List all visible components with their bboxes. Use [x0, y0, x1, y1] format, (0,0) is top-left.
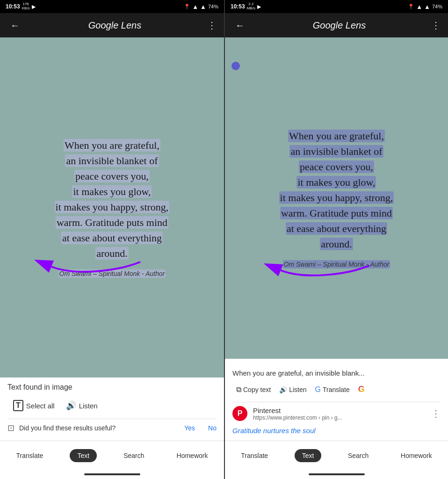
- pinterest-menu-button[interactable]: ⋮: [431, 408, 441, 419]
- nav-text-left[interactable]: Text: [70, 449, 97, 462]
- nav-text-right[interactable]: Text: [295, 449, 322, 462]
- record-icon-left: ▶: [32, 4, 36, 10]
- nav-search-left[interactable]: Search: [118, 450, 150, 461]
- menu-button-right[interactable]: ⋮: [431, 20, 441, 31]
- translate-label-left: Translate: [16, 452, 43, 459]
- google-word-left: Google: [88, 20, 119, 30]
- google-word-right: Google: [313, 20, 343, 30]
- listen-label-left: Listen: [79, 402, 98, 410]
- feedback-yes-button[interactable]: Yes: [184, 424, 195, 432]
- quote-line-r4: it makes you glow,: [296, 176, 376, 189]
- copy-icon: ⧉: [236, 385, 241, 394]
- menu-button-left[interactable]: ⋮: [207, 20, 217, 31]
- nav-homework-right[interactable]: Homework: [395, 450, 438, 461]
- status-bar-left: 10:53 176 KB/s ▶ 📍 ▲ ▲ 74%: [0, 0, 224, 13]
- battery-label-left: 74%: [208, 4, 218, 9]
- listen-button-left[interactable]: 🔊 Listen: [60, 397, 103, 414]
- copy-text-button[interactable]: ⧉ Copy text: [232, 382, 275, 398]
- quote-line-8: around.: [95, 247, 129, 260]
- bottom-panel-left: Text found in image T Select all 🔊 Liste…: [0, 377, 224, 441]
- action-row-left: T Select all 🔊 Listen: [7, 396, 217, 415]
- wifi-icon-left: ▲: [192, 3, 198, 10]
- quote-line-r8: around.: [320, 238, 353, 250]
- status-time-right: 10:53: [231, 3, 245, 10]
- pinterest-icon: P: [232, 406, 247, 421]
- nav-search-right[interactable]: Search: [342, 450, 374, 461]
- status-left-right: 10:53 2.2 MB/s ▶: [231, 2, 261, 11]
- listen-icon-right: 🔊: [279, 386, 287, 393]
- status-right-right: 📍 ▲ ▲ 74%: [408, 3, 442, 10]
- quote-text-left: When you are grateful, an invisible blan…: [55, 138, 170, 261]
- lens-word-right: Lens: [346, 20, 366, 30]
- wifi-icon-right: ▲: [416, 3, 422, 10]
- quote-line-1: When you are grateful,: [64, 139, 160, 152]
- quote-line-3: peace covers you,: [74, 170, 150, 182]
- pinterest-url: https://www.pinterest.com › pin › g...: [253, 414, 426, 421]
- image-area-left: When you are grateful, an invisible blan…: [0, 37, 224, 377]
- search-label-left: Search: [123, 452, 144, 459]
- google-button-right[interactable]: G: [354, 381, 369, 398]
- listen-button-right[interactable]: 🔊 Listen: [275, 382, 310, 397]
- quote-container-right: When you are grateful, an invisible blan…: [268, 119, 405, 278]
- signal-icon-right: ▲: [424, 3, 430, 10]
- pinterest-info: Pinterest https://www.pinterest.com › pi…: [253, 406, 426, 421]
- feedback-row: ⊡ Did you find these results useful? Yes…: [7, 419, 217, 437]
- pinterest-name: Pinterest: [253, 406, 426, 414]
- feedback-text: Did you find these results useful?: [19, 424, 180, 432]
- home-indicator-right: [225, 470, 448, 479]
- status-left: 10:53 176 KB/s ▶: [6, 2, 36, 11]
- text-label-right: Text: [302, 452, 314, 459]
- link-preview-text[interactable]: Gratitude nurtures the soul: [232, 427, 316, 435]
- preview-text: When you are grateful, an invisible blan…: [232, 364, 441, 381]
- home-bar-left: [84, 473, 140, 475]
- author-text-right: Om Swami – Spiritual Monk - Author: [283, 260, 390, 269]
- author-area-left: Om Swami – Spiritual Monk - Author: [55, 266, 170, 278]
- back-button-left[interactable]: ←: [7, 20, 22, 31]
- record-icon-right: ▶: [257, 4, 261, 10]
- feedback-no-button[interactable]: No: [208, 424, 217, 432]
- pinterest-row: P Pinterest https://www.pinterest.com › …: [232, 402, 441, 425]
- homework-label-left: Homework: [177, 452, 208, 459]
- location-icon-left: 📍: [184, 4, 190, 10]
- pinterest-p: P: [238, 409, 243, 418]
- quote-line-r2: an invisible blanket of: [289, 145, 383, 158]
- status-bar-right: 10:53 2.2 MB/s ▶ 📍 ▲ ▲ 74%: [225, 0, 448, 13]
- nav-bar-right: Translate Text Search Homework: [225, 441, 448, 470]
- text-label-left: Text: [77, 452, 89, 459]
- translate-button-right[interactable]: G Translate: [311, 382, 354, 398]
- selection-handle: [231, 62, 240, 70]
- quote-line-r5: it makes you happy, strong,: [279, 191, 394, 204]
- nav-translate-right[interactable]: Translate: [235, 450, 274, 461]
- text-found-label: Text found in image: [7, 383, 217, 392]
- search-label-right: Search: [348, 452, 369, 459]
- link-preview-area: Gratitude nurtures the soul: [232, 425, 441, 437]
- quote-container-left: When you are grateful, an invisible blan…: [43, 128, 181, 287]
- quote-line-r6: warm. Gratitude puts mind: [280, 207, 393, 219]
- app-title-right: Google Lens: [313, 20, 366, 31]
- quote-line-4: it makes you glow,: [72, 185, 152, 198]
- status-data-left: 176 KB/s: [22, 2, 30, 11]
- home-bar-right: [309, 473, 365, 475]
- feedback-icon: ⊡: [7, 423, 14, 433]
- status-time-left: 10:53: [6, 3, 20, 10]
- select-all-button[interactable]: T Select all: [7, 396, 60, 415]
- action-row-right: ⧉ Copy text 🔊 Listen G Translate G: [232, 381, 441, 398]
- nav-translate-left[interactable]: Translate: [11, 450, 49, 461]
- quote-line-6: warm. Gratitude puts mind: [56, 216, 168, 229]
- quote-line-r7: at ease about everything: [286, 222, 387, 235]
- nav-homework-left[interactable]: Homework: [171, 450, 214, 461]
- left-panel: 10:53 176 KB/s ▶ 📍 ▲ ▲ 74% ← Google Lens…: [0, 0, 224, 479]
- nav-bar-left: Translate Text Search Homework: [0, 441, 224, 470]
- right-panel: 10:53 2.2 MB/s ▶ 📍 ▲ ▲ 74% ← Google Lens…: [224, 0, 448, 479]
- image-area-right: When you are grateful, an invisible blan…: [225, 37, 448, 359]
- translate-icon-right: G: [315, 385, 321, 394]
- listen-icon-left: 🔊: [66, 400, 76, 411]
- author-area-right: Om Swami – Spiritual Monk - Author: [279, 256, 394, 269]
- top-bar-left: ← Google Lens ⋮: [0, 13, 224, 37]
- signal-icon-left: ▲: [200, 3, 206, 10]
- battery-label-right: 74%: [432, 4, 442, 9]
- back-button-right[interactable]: ←: [232, 20, 247, 31]
- app-title-left: Google Lens: [88, 20, 141, 31]
- translate-label-right: Translate: [323, 386, 350, 393]
- quote-line-5: it makes you happy, strong,: [55, 201, 170, 213]
